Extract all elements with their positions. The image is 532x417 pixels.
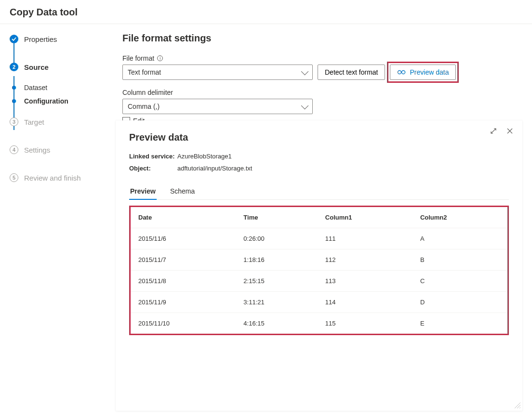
main-content: File format settings File format i Text … bbox=[111, 24, 532, 415]
col-header[interactable]: Time bbox=[236, 207, 318, 228]
file-format-label: File format i bbox=[122, 54, 518, 62]
linked-service-label: Linked service: bbox=[129, 153, 177, 160]
window-title: Copy Data tool bbox=[0, 0, 532, 24]
step-review[interactable]: 5 Review and finish bbox=[10, 173, 111, 182]
preview-table: Date Time Column1 Column2 2015/11/6 0:26… bbox=[131, 207, 507, 334]
tab-schema[interactable]: Schema bbox=[169, 183, 196, 199]
chevron-down-icon bbox=[301, 102, 309, 109]
step-target[interactable]: 3 Target bbox=[10, 117, 111, 126]
step-label: Review and finish bbox=[24, 174, 81, 182]
table-row: 2015/11/7 1:18:16 112 B bbox=[131, 249, 507, 271]
glasses-icon bbox=[397, 70, 406, 75]
step-label: Target bbox=[24, 118, 44, 126]
step-label: Source bbox=[24, 63, 49, 71]
step-settings[interactable]: 4 Settings bbox=[10, 145, 111, 154]
chevron-down-icon bbox=[301, 67, 309, 75]
check-icon bbox=[10, 35, 18, 43]
svg-point-1 bbox=[402, 71, 405, 74]
info-icon[interactable]: i bbox=[157, 55, 163, 61]
substep-dataset[interactable]: Dataset bbox=[10, 84, 111, 91]
object-value: adftutorial/input/Storage.txt bbox=[177, 165, 252, 172]
step-number-icon: 4 bbox=[10, 145, 18, 154]
preview-title: Preview data bbox=[129, 132, 509, 143]
column-delimiter-select[interactable]: Comma (,) bbox=[122, 99, 313, 114]
preview-data-button[interactable]: Preview data bbox=[390, 65, 456, 80]
detect-format-button[interactable]: Detect text format bbox=[318, 65, 385, 80]
annotation-highlight: Date Time Column1 Column2 2015/11/6 0:26… bbox=[129, 206, 509, 335]
object-label: Object: bbox=[129, 165, 177, 172]
step-source[interactable]: 2 Source bbox=[10, 63, 111, 71]
step-number-icon: 2 bbox=[10, 63, 18, 71]
substep-configuration[interactable]: Configuration bbox=[10, 97, 111, 105]
step-number-icon: 5 bbox=[10, 173, 18, 182]
file-format-select[interactable]: Text format bbox=[122, 65, 313, 80]
step-properties[interactable]: Properties bbox=[10, 35, 111, 43]
table-row: 2015/11/6 0:26:00 111 A bbox=[131, 228, 507, 249]
expand-icon[interactable] bbox=[490, 127, 497, 135]
preview-tabs: Preview Schema bbox=[129, 183, 509, 200]
table-row: 2015/11/8 2:15:15 113 C bbox=[131, 271, 507, 292]
table-header-row: Date Time Column1 Column2 bbox=[131, 207, 507, 228]
tab-preview[interactable]: Preview bbox=[129, 183, 157, 200]
col-header[interactable]: Column2 bbox=[412, 207, 507, 228]
step-label: Properties bbox=[24, 35, 57, 43]
substep-label: Configuration bbox=[24, 97, 68, 105]
resize-handle-icon[interactable] bbox=[514, 402, 520, 410]
preview-panel: Preview data Linked service: AzureBlobSt… bbox=[116, 120, 522, 411]
substep-label: Dataset bbox=[24, 84, 47, 91]
col-header[interactable]: Column1 bbox=[318, 207, 412, 228]
linked-service-value: AzureBlobStorage1 bbox=[177, 153, 232, 160]
svg-point-0 bbox=[398, 71, 401, 74]
close-icon[interactable] bbox=[506, 127, 514, 135]
step-label: Settings bbox=[24, 146, 50, 154]
step-number-icon: 3 bbox=[10, 117, 18, 126]
table-row: 2015/11/10 4:16:15 115 E bbox=[131, 313, 507, 334]
page-heading: File format settings bbox=[122, 33, 518, 44]
column-delimiter-label: Column delimiter bbox=[122, 89, 518, 96]
table-row: 2015/11/9 3:11:21 114 D bbox=[131, 292, 507, 313]
wizard-sidebar: Properties 2 Source Dataset Configuratio… bbox=[0, 24, 111, 415]
annotation-highlight: Preview data bbox=[387, 62, 459, 83]
col-header[interactable]: Date bbox=[131, 207, 236, 228]
